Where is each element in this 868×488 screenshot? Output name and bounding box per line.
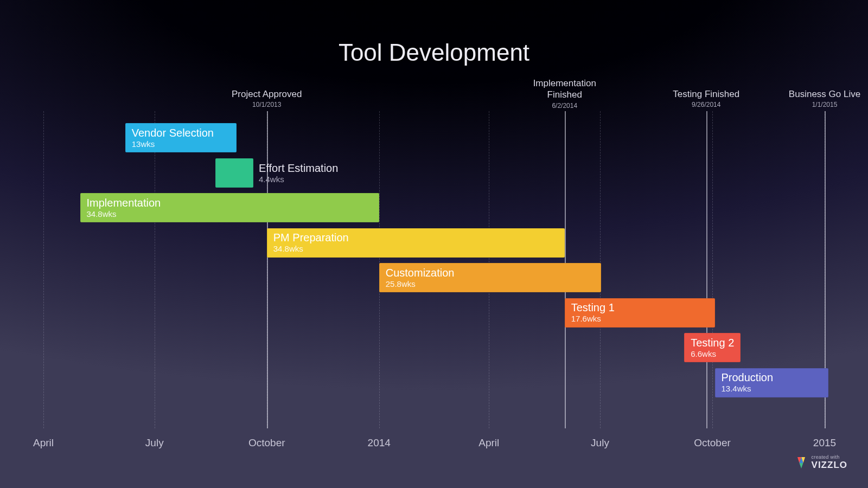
task-name: Effort Estimation: [259, 162, 338, 174]
svg-marker-2: [799, 463, 803, 468]
task-bar: Production13.4wks: [715, 368, 828, 397]
task-duration: 13wks: [132, 140, 237, 149]
task-bar: Effort Estimation4.4wks: [215, 158, 253, 188]
x-tick-label: October: [694, 437, 731, 449]
task-name: Testing 1: [571, 301, 715, 313]
task-duration: 13.4wks: [722, 384, 828, 394]
task-name: Implementation: [87, 197, 379, 209]
task-name: Vendor Selection: [132, 127, 237, 139]
task-duration: 34.8wks: [273, 245, 565, 254]
task-name: Customization: [386, 267, 602, 279]
task-bar: Vendor Selection13wks: [125, 123, 237, 152]
milestone-label: Implementation Finished6/2/2014: [533, 78, 596, 110]
x-tick-label: 2014: [368, 437, 391, 449]
x-tick-label: July: [145, 437, 164, 449]
vizzlo-icon: [794, 455, 808, 470]
task-name: Testing 2: [691, 337, 741, 349]
x-tick-label: April: [33, 437, 54, 449]
task-duration: 34.8wks: [87, 210, 379, 219]
task-bar: Testing 26.6wks: [684, 333, 741, 362]
x-tick-label: October: [248, 437, 285, 449]
milestone-label: Project Approved10/1/2013: [232, 88, 302, 109]
task-duration: 17.6wks: [571, 314, 715, 324]
task-bar: PM Preparation34.8wks: [267, 228, 565, 258]
task-duration: 25.8wks: [386, 280, 602, 289]
chart-title: Tool Development: [0, 39, 868, 66]
milestone-label: Business Go Live1/1/2015: [789, 88, 860, 109]
task-name: PM Preparation: [273, 232, 565, 243]
task-bar: Customization25.8wks: [379, 263, 602, 292]
gridline: [43, 111, 44, 428]
x-tick-label: 2015: [813, 437, 836, 449]
milestone-line: [267, 111, 268, 428]
task-duration: 6.6wks: [691, 350, 741, 359]
x-tick-label: April: [478, 437, 499, 449]
vizzlo-logo: created with VIZZLO: [794, 454, 847, 471]
task-duration: 4.4wks: [259, 175, 338, 184]
x-tick-label: July: [591, 437, 609, 449]
gridline: [155, 111, 155, 428]
task-bar: Testing 117.6wks: [565, 298, 715, 328]
gridline: [712, 111, 713, 428]
milestone-line: [706, 111, 707, 428]
created-with-label: created with: [812, 454, 847, 460]
task-name: Production: [722, 371, 828, 383]
brand-name: VIZZLO: [812, 460, 847, 471]
milestone-label: Testing Finished9/26/2014: [673, 88, 739, 109]
task-bar: Implementation34.8wks: [80, 193, 379, 222]
gantt-chart: AprilJulyOctober2014AprilJulyOctober2015…: [43, 111, 825, 428]
